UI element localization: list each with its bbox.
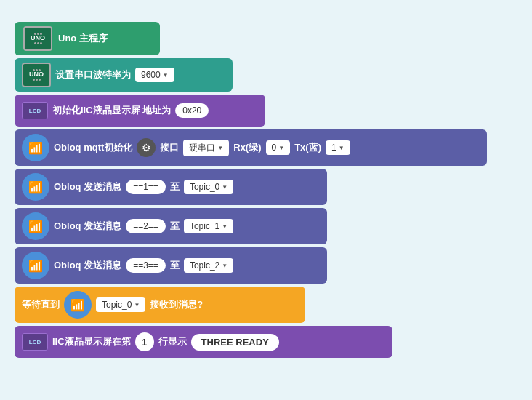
send2-msg: ==2== (126, 219, 166, 233)
wifi-icon-mqtt: 📶 (22, 134, 49, 161)
uno-icon-baud: UNO (22, 63, 51, 87)
uno-header-block: UNO Uno 主程序 (15, 22, 160, 55)
lcd-init-label: 初始化IIC液晶显示屏 地址为 (52, 104, 171, 117)
mqtt-rx-label: Rx(绿) (233, 141, 261, 154)
wait-topic-dropdown[interactable]: Topic_0 (96, 297, 145, 312)
mqtt-init-label: Obloq mqtt初始化 (54, 141, 132, 154)
baud-value-dropdown[interactable]: 9600 (135, 68, 174, 82)
baud-rate-block: UNO 设置串口波特率为 9600 (15, 58, 233, 92)
mqtt-tx-label: Tx(蓝) (294, 141, 321, 154)
baud-label: 设置串口波特率为 (55, 68, 131, 81)
wifi-icon-send1: 📶 (22, 173, 49, 201)
mqtt-tx-dropdown[interactable]: 1 (326, 140, 350, 155)
wifi-icon-send3: 📶 (22, 252, 49, 279)
lcd-row-label: 行显示 (158, 335, 187, 348)
wifi-icon-send2: 📶 (22, 212, 49, 240)
wait-label: 等待直到 (22, 298, 60, 311)
send2-topic-dropdown[interactable]: Topic_1 (184, 219, 233, 233)
wait-until-block: 等待直到 📶 Topic_0 接收到消息? (15, 287, 305, 323)
send1-topic-dropdown[interactable]: Topic_0 (184, 180, 233, 194)
send-msg-3-block: 📶 Obloq 发送消息 ==3== 至 Topic_2 (15, 247, 327, 284)
lcd-show-label: IIC液晶显示屏在第 (52, 335, 131, 348)
send3-to-label: 至 (170, 259, 180, 272)
send3-msg: ==3== (126, 258, 166, 273)
send3-label: Obloq 发送消息 (54, 259, 121, 272)
wifi-icon-wait: 📶 (64, 291, 92, 319)
lcd-address-input[interactable]: 0x20 (175, 103, 209, 118)
gear-icon[interactable]: ⚙ (137, 138, 156, 157)
lcd-show-block: LCD IIC液晶显示屏在第 1 行显示 THREE READY (15, 326, 392, 358)
lcd-icon-show: LCD (22, 333, 48, 351)
lcd-init-block: LCD 初始化IIC液晶显示屏 地址为 0x20 (15, 95, 265, 127)
lcd-icon: LCD (22, 102, 48, 119)
send2-label: Obloq 发送消息 (54, 220, 121, 233)
send-msg-1-block: 📶 Obloq 发送消息 ==1== 至 Topic_0 (15, 169, 327, 205)
uno-icon: UNO (23, 26, 52, 51)
mqtt-port-label: 接口 (160, 141, 179, 154)
send3-topic-dropdown[interactable]: Topic_2 (184, 258, 233, 273)
send2-to-label: 至 (170, 220, 180, 233)
lcd-content-display: THREE READY (191, 334, 279, 351)
wait-receive-label: 接收到消息? (150, 298, 203, 311)
send1-msg: ==1== (126, 180, 166, 194)
mqtt-rx-dropdown[interactable]: 0 (266, 140, 291, 155)
header-label: Uno 主程序 (58, 32, 108, 45)
send-msg-2-block: 📶 Obloq 发送消息 ==2== 至 Topic_1 (15, 208, 327, 244)
mqtt-port-dropdown[interactable]: 硬串口 (183, 140, 229, 156)
send1-to-label: 至 (170, 180, 180, 193)
send1-label: Obloq 发送消息 (54, 180, 121, 193)
lcd-row-num: 1 (135, 332, 154, 351)
mqtt-init-block: 📶 Obloq mqtt初始化 ⚙ 接口 硬串口 Rx(绿) 0 Tx(蓝) 1 (15, 129, 487, 166)
